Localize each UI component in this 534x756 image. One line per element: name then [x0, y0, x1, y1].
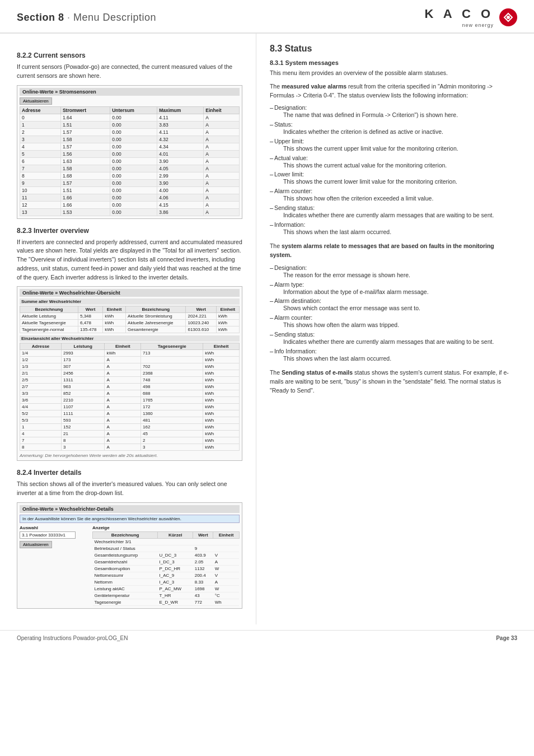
measured-pre: The: [270, 83, 282, 90]
table-row: Tagesenergie-normal135-478kWhGesamtenerg…: [20, 326, 240, 333]
details-left-panel: Auswahl 3.1 Powador 33333v1 Aktualisiere…: [20, 525, 87, 606]
list-item: –Actual value:This shows the current act…: [270, 155, 517, 170]
col-header-adresse: Adresse: [20, 106, 61, 114]
table-row: 01.640.004.11A: [20, 114, 240, 121]
table-row: 71.580.004.05A: [20, 165, 240, 172]
table-row: 1/2173AkWh: [20, 357, 240, 363]
table-row: 83A3kWh: [20, 444, 240, 451]
table-row: 1152A162kWh: [20, 424, 240, 431]
inverter-overview-title: Online-Werte » Wechselrichter-Übersicht: [20, 289, 240, 297]
col-header-maximum: Maximum: [157, 106, 204, 114]
table-row: 1/42993kWh713kWh: [20, 350, 240, 357]
right-column: 8.3 Status 8.3.1 System messages This me…: [256, 34, 534, 624]
table-row: NettomessumrI_AC_9200.4V: [93, 572, 240, 578]
table-row: GesamtdrehzahlI_DC_32.05A: [93, 558, 240, 565]
main-content: 8.2.2 Current sensors If current sensors…: [0, 34, 534, 624]
table-row: 91.570.003.90A: [20, 179, 240, 186]
inverter-note: Anmerkung: Die hervorgehobenen Werte wer…: [20, 453, 240, 458]
details-anzeige-label: Anzeige: [92, 525, 240, 531]
table-row: Aktuelle Tagesenergie6,478kWhAktuelle Ja…: [20, 320, 240, 326]
measured-value-list: –Designation:The name that was defined i…: [270, 104, 517, 236]
table-row: 3/62210A1765kWh: [20, 397, 240, 404]
table-row: 51.560.004.01A: [20, 150, 240, 157]
sending-pre: The: [270, 369, 282, 376]
system-pre: The: [270, 242, 282, 249]
inverter-details-note: In der Auswahlliste können Sie die anges…: [20, 515, 240, 523]
inverter-total-section-label: Summe aller Wechselrichter: [20, 298, 240, 305]
section-822-body: If current sensors (Powador-go) are conn…: [17, 63, 242, 81]
aktualisieren-button-822[interactable]: Aktualisieren: [20, 97, 52, 105]
table-row: 421A45kWh: [20, 431, 240, 437]
table-row: GerätetemperaturT_HR43°C: [93, 592, 240, 599]
details-columns: Auswahl 3.1 Powador 33333v1 Aktualisiere…: [20, 525, 240, 606]
table-row: Wechselrichter 3/1: [93, 538, 240, 545]
section-824-title: 8.2.4 Inverter details: [17, 469, 242, 477]
title-rest: Menu Description: [73, 12, 156, 23]
logo-circle: [499, 8, 517, 26]
section-822-title: 8.2.2 Current sensors: [17, 52, 242, 59]
table-row: 5/21111A1360kWh: [20, 410, 240, 417]
current-sensors-widget-title: Online-Werte » Stromsensoren: [20, 88, 240, 96]
table-row: 2/12456A2368kWh: [20, 370, 240, 377]
inverter-details-widget-title: Online-Werte » Wechselrichter-Details: [20, 505, 240, 513]
table-row: 101.510.004.00A: [20, 186, 240, 194]
table-row: 3/3852A688kWh: [20, 390, 240, 397]
aktualisieren-button-824[interactable]: Aktualisieren: [20, 541, 52, 548]
measured-label: measured value alarms: [282, 83, 346, 90]
section-824: 8.2.4 Inverter details This section show…: [17, 469, 242, 609]
inverter-details-table: Bezeichnung Kürzel Wert Einheit Wechselr…: [92, 531, 240, 606]
table-row: 41.570.004.34A: [20, 143, 240, 150]
table-row: 5/3593A481kWh: [20, 417, 240, 424]
sending-status-para: The Sending status of e-mails status sho…: [270, 368, 517, 395]
table-row: 4/41107A172kWh: [20, 404, 240, 410]
section-823-title: 8.2.3 Inverter overview: [17, 227, 242, 235]
inverter-totals-table: Bezeichnung Wert Einheit Bezeichnung Wer…: [20, 306, 240, 333]
table-row: 1/3307A702kWh: [20, 363, 240, 370]
table-row: 78A2kWh: [20, 437, 240, 444]
section-823: 8.2.3 Inverter overview If inverters are…: [17, 227, 242, 461]
table-row: 111.660.004.06A: [20, 194, 240, 201]
list-item: –Info Information:This shows when the la…: [270, 348, 517, 363]
details-right-panel: Anzeige Bezeichnung Kürzel Wert Einheit: [92, 525, 240, 606]
logo-text: K A C O: [425, 7, 494, 21]
section-824-body: This section shows all of the inverter's…: [17, 480, 242, 498]
section-label: Section 8: [17, 12, 64, 23]
system-alarms-para: The system alarms relate to messages tha…: [270, 242, 517, 260]
table-row: GesamtleistungsumrpU_DC_3403.9V: [93, 552, 240, 558]
footer-right: Page 33: [496, 635, 517, 641]
table-row: 31.580.004.32A: [20, 136, 240, 143]
list-item: –Information:This shows when the last al…: [270, 221, 517, 237]
title-separator: ·: [64, 12, 74, 23]
col-header-untersum: Untersum: [110, 106, 157, 114]
logo-sub: new energy: [425, 22, 494, 28]
footer-left: Operating Instructions Powador-proLOG_EN: [17, 635, 128, 641]
inverter-details-widget: Online-Werte » Wechselrichter-Details In…: [17, 502, 242, 609]
current-sensors-table: Adresse Stromwert Untersum Maximum Einhe…: [20, 106, 240, 216]
inverter-select[interactable]: 3.1 Powador 33333v1: [20, 531, 76, 539]
details-auswahl-label: Auswahl: [20, 525, 87, 531]
section-831: 8.3.1 System messages This menu item pro…: [270, 59, 517, 395]
measured-value-alarms-para: The measured value alarms result from th…: [270, 82, 517, 100]
col-header-stromwert: Stromwert: [60, 106, 110, 114]
table-row: TagesenergieE_D_WR772Wh: [93, 599, 240, 605]
table-row: 121.660.004.15A: [20, 201, 240, 208]
logo-area: K A C O new energy: [425, 7, 517, 28]
table-row: NettommI_AC_38.33A: [93, 578, 240, 585]
table-row: Betriebszust / Status9: [93, 545, 240, 552]
table-row: 81.680.002.99A: [20, 172, 240, 179]
system-label: system alarms relate to messages that ar…: [270, 242, 494, 258]
section-823-body: If inverters are connected and properly …: [17, 238, 242, 282]
system-alarms-list: –Designation:The reason for the error me…: [270, 264, 517, 363]
table-row: Leistung aktACP_AC_MW1698W: [93, 585, 240, 592]
table-row: GesamtkorruptionP_DC_HR1132W: [93, 565, 240, 572]
section-83-title: 8.3 Status: [270, 44, 517, 54]
section-831-title: 8.3.1 System messages: [270, 59, 517, 66]
table-row: 61.630.003.90A: [20, 157, 240, 165]
list-item: –Sending status:Indicates whether there …: [270, 331, 517, 347]
list-item: –Alarm destination:Shows which contact t…: [270, 297, 517, 313]
inverter-individual-section-label: Einzelansicht aller Wechselrichter: [20, 335, 240, 342]
list-item: –Status:Indicates whether the criterion …: [270, 121, 517, 137]
page-footer: Operating Instructions Powador-proLOG_EN…: [0, 630, 534, 646]
section-831-intro: This menu item provides an overview of t…: [270, 69, 517, 78]
page-header: Section 8 · Menu Description K A C O new…: [0, 0, 534, 34]
